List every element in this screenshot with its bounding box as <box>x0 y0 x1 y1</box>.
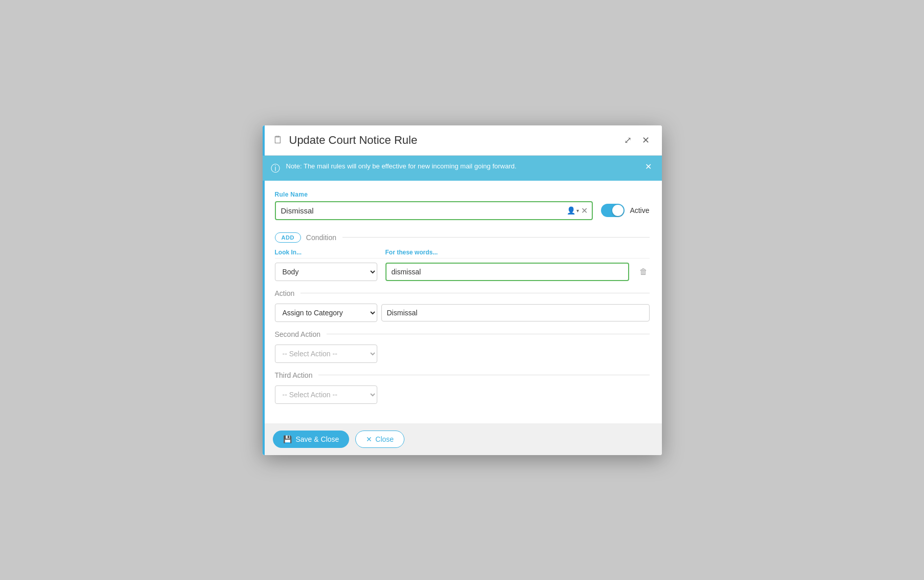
user-dropdown-button[interactable]: 👤 ▾ <box>567 206 579 214</box>
modal-dialog: 🗒 Update Court Notice Rule ⤢ ✕ ⓘ Note: T… <box>263 125 662 455</box>
info-banner: ⓘ Note: The mail rules will only be effe… <box>263 156 662 181</box>
condition-header: ADD Condition <box>275 232 650 243</box>
close-label: Close <box>375 435 394 443</box>
second-action-divider <box>327 334 649 334</box>
rule-name-label: Rule Name <box>275 191 650 198</box>
delete-condition-button[interactable]: 🗑 <box>637 265 650 278</box>
close-footer-button[interactable]: ✕ Close <box>355 431 404 448</box>
close-header-button[interactable]: ✕ <box>640 134 652 147</box>
save-close-button[interactable]: 💾 Save & Close <box>273 431 350 448</box>
third-action-header: Third Action <box>275 371 650 379</box>
rule-name-controls: 👤 ▾ ✕ <box>567 206 592 216</box>
modal-body: Rule Name 👤 ▾ ✕ Activ <box>263 181 662 423</box>
second-action-select[interactable]: -- Select Action -- <box>275 345 377 363</box>
active-label: Active <box>630 206 649 214</box>
modal-header: 🗒 Update Court Notice Rule ⤢ ✕ <box>263 125 662 156</box>
toggle-knob <box>612 205 624 216</box>
condition-row: Body 🗑 <box>275 263 650 281</box>
active-toggle-row: Active <box>601 204 649 217</box>
close-x-icon: ✕ <box>366 435 372 443</box>
expand-button[interactable]: ⤢ <box>622 134 634 147</box>
action-section: Action Assign to Category Second Action … <box>275 289 650 404</box>
second-action-row: -- Select Action -- <box>275 345 650 363</box>
rule-name-input-wrapper: 👤 ▾ ✕ <box>275 201 593 220</box>
info-icon: ⓘ <box>271 162 280 175</box>
rule-name-row: 👤 ▾ ✕ Active <box>275 201 650 220</box>
action-section-header: Action <box>275 289 650 297</box>
document-icon: 🗒 <box>273 134 283 146</box>
third-action-label: Third Action <box>275 371 313 379</box>
rule-name-field: Rule Name 👤 ▾ ✕ Activ <box>275 191 650 220</box>
header-actions: ⤢ ✕ <box>622 134 652 147</box>
modal-footer: 💾 Save & Close ✕ Close <box>263 423 662 455</box>
modal-title: Update Court Notice Rule <box>289 134 418 147</box>
second-action-label: Second Action <box>275 330 321 338</box>
second-action-header: Second Action <box>275 330 650 338</box>
action-value-input[interactable] <box>381 304 650 321</box>
action-type-select[interactable]: Assign to Category <box>275 304 377 322</box>
title-area: 🗒 Update Court Notice Rule <box>273 134 418 147</box>
condition-col-headers: Look In... For these words... <box>275 249 650 259</box>
user-icon: 👤 <box>567 206 575 214</box>
third-action-row: -- Select Action -- <box>275 385 650 404</box>
clear-rule-name-button[interactable]: ✕ <box>581 206 588 216</box>
for-words-input[interactable] <box>385 263 629 281</box>
condition-divider <box>342 237 650 238</box>
look-in-select[interactable]: Body <box>275 263 377 281</box>
third-action-select[interactable]: -- Select Action -- <box>275 385 377 404</box>
save-icon: 💾 <box>283 435 292 443</box>
info-banner-close-button[interactable]: ✕ <box>643 162 654 171</box>
condition-section-label: Condition <box>306 233 336 242</box>
save-close-label: Save & Close <box>296 435 339 443</box>
add-condition-button[interactable]: ADD <box>275 232 301 243</box>
action-row: Assign to Category <box>275 304 650 322</box>
look-in-col-header: Look In... <box>275 249 377 256</box>
action-divider <box>300 293 649 293</box>
action-section-label: Action <box>275 289 295 297</box>
for-words-col-header: For these words... <box>385 249 438 256</box>
rule-name-input[interactable] <box>276 202 567 219</box>
third-action-divider <box>318 375 649 375</box>
chevron-down-icon: ▾ <box>576 208 579 213</box>
active-toggle[interactable] <box>601 204 625 217</box>
info-banner-text: Note: The mail rules will only be effect… <box>286 162 637 171</box>
